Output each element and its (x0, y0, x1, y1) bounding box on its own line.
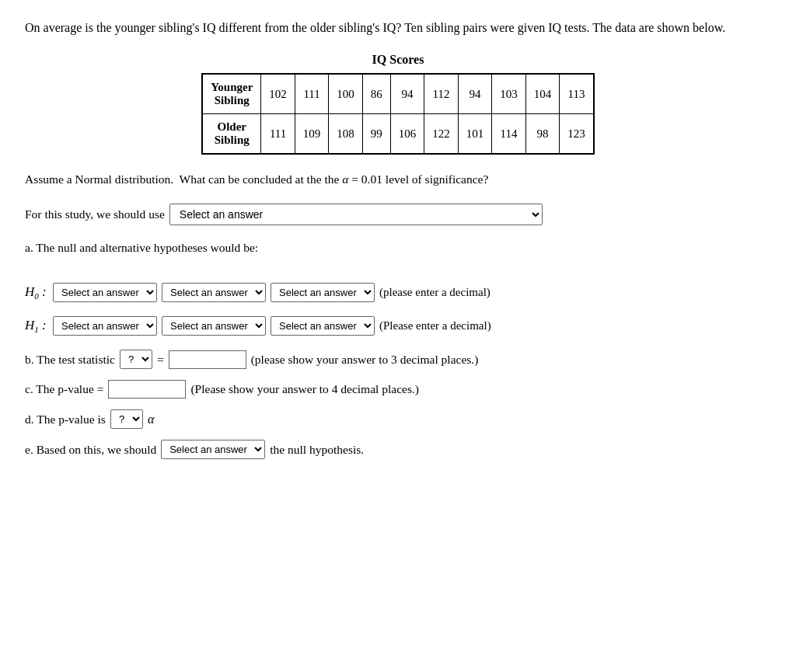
younger-val-3: 100 (329, 74, 363, 114)
study-use-label: For this study, we should use (25, 207, 165, 221)
iq-table-wrapper: YoungerSibling 102 111 100 86 94 112 94 … (25, 73, 771, 155)
test-statistic-dropdown[interactable]: ? t z (120, 350, 152, 369)
h1-dropdown-2[interactable]: Select an answer =≠<>≤≥ (162, 316, 266, 336)
h1-row: H1 : Select an answer μ₁μ₂μd Select an a… (25, 316, 771, 336)
older-val-7: 101 (458, 114, 492, 155)
h1-hint: (Please enter a decimal) (379, 319, 491, 333)
younger-val-10: 113 (560, 74, 594, 114)
younger-sibling-label: YoungerSibling (202, 74, 261, 114)
younger-val-4: 86 (362, 74, 390, 114)
older-val-3: 108 (329, 114, 363, 155)
conclusion-dropdown[interactable]: Select an answer reject fail to reject (161, 440, 265, 459)
h1-symbol: H1 : (25, 318, 48, 334)
part-d-label: d. The p-value is (25, 413, 106, 427)
equals-sign: = (157, 353, 164, 367)
p-value-input[interactable] (108, 380, 186, 399)
older-sibling-row: OlderSibling 111 109 108 99 106 122 101 … (202, 114, 594, 155)
iq-table: YoungerSibling 102 111 100 86 94 112 94 … (201, 73, 595, 155)
alpha-symbol: α (148, 413, 154, 427)
older-val-9: 98 (525, 114, 560, 155)
study-use-dropdown[interactable]: Select an answer a paired-samples t-test… (169, 204, 543, 225)
older-val-5: 106 (390, 114, 424, 155)
younger-val-7: 94 (458, 74, 492, 114)
h0-dropdown-3[interactable]: Select an answer μ₁μ₂μd0 (271, 283, 375, 302)
h0-dropdown-2[interactable]: Select an answer =≠<>≤≥ (162, 283, 266, 302)
older-val-8: 114 (492, 114, 526, 155)
study-use-row: For this study, we should use Select an … (25, 204, 771, 225)
younger-val-1: 102 (261, 74, 295, 114)
younger-val-9: 104 (525, 74, 560, 114)
alpha-text: Assume a Normal distribution. What can b… (25, 170, 771, 188)
younger-val-8: 103 (492, 74, 526, 114)
h0-dropdown-1[interactable]: Select an answer μ₁μ₂μd (53, 283, 157, 302)
intro-text: On average is the younger sibling's IQ d… (25, 19, 771, 37)
parts-section: b. The test statistic ? t z = (please sh… (25, 350, 771, 459)
test-statistic-input[interactable] (169, 350, 246, 369)
part-c-label: c. The p-value = (25, 382, 103, 396)
h1-dropdown-3[interactable]: Select an answer μ₁μ₂μd0 (271, 316, 375, 336)
younger-val-5: 94 (390, 74, 424, 114)
part-d-row: d. The p-value is ? > < = α (25, 409, 771, 429)
older-val-4: 99 (362, 114, 390, 155)
hypotheses-intro: a. The null and alternative hypotheses w… (25, 241, 771, 255)
part-e-label-before: e. Based on this, we should (25, 443, 156, 457)
older-val-10: 123 (560, 114, 594, 155)
older-val-2: 109 (295, 114, 329, 155)
older-sibling-label: OlderSibling (202, 114, 261, 155)
h1-dropdown-1[interactable]: Select an answer μ₁μ₂μd (53, 316, 157, 336)
part-b-row: b. The test statistic ? t z = (please sh… (25, 350, 771, 369)
table-title: IQ Scores (25, 53, 771, 67)
part-c-row: c. The p-value = (Please show your answe… (25, 380, 771, 399)
pvalue-comparison-dropdown[interactable]: ? > < = (110, 409, 143, 429)
younger-val-2: 111 (295, 74, 329, 114)
part-b-hint: (please show your answer to 3 decimal pl… (251, 353, 479, 367)
hypotheses-section: a. The null and alternative hypotheses w… (25, 241, 771, 336)
part-e-label-after: the null hypothesis. (270, 443, 364, 457)
younger-val-6: 112 (424, 74, 459, 114)
h0-hint: (please enter a decimal) (379, 286, 491, 299)
younger-sibling-row: YoungerSibling 102 111 100 86 94 112 94 … (202, 74, 594, 114)
part-e-row: e. Based on this, we should Select an an… (25, 440, 771, 459)
h0-row: H0 : Select an answer μ₁μ₂μd Select an a… (25, 283, 771, 302)
part-c-hint: (Please show your answer to 4 decimal pl… (190, 382, 419, 396)
older-val-6: 122 (424, 114, 459, 155)
part-b-label: b. The test statistic (25, 353, 115, 367)
older-val-1: 111 (261, 114, 295, 155)
h0-symbol: H0 : (25, 284, 48, 301)
